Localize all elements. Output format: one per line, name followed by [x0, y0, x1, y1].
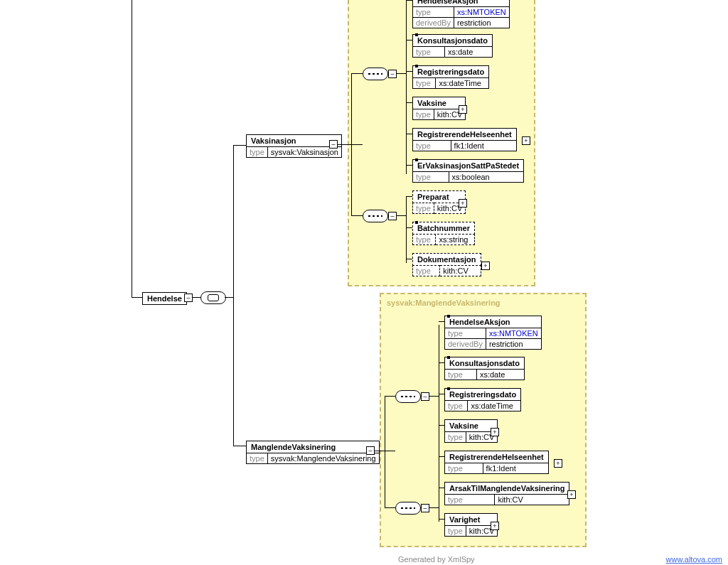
expand-icon[interactable]: + [481, 262, 490, 270]
expand-icon[interactable]: + [491, 522, 499, 530]
expand-icon[interactable]: + [554, 459, 562, 468]
label: Konsultasjonsdato [417, 36, 488, 45]
node-v-dokumentasjon: Dokumentasjon typekith:CV [412, 253, 481, 276]
choice-connector [200, 291, 226, 304]
expand-icon[interactable]: + [522, 136, 530, 145]
node-v-registreringsdato: Registreringsdato typexs:dateTime [412, 65, 489, 89]
label: ErVaksinasjonSattPaStedet [417, 161, 519, 170]
node-m-konsultasjonsdato: Konsultasjonsdato typexs:date [444, 357, 525, 380]
node-vaksinasjon-label: Vaksinasjon [246, 134, 342, 147]
node-v-registrerendehelseenhet: RegistrerendeHelseenhet typefk1:Ident [412, 128, 517, 151]
node-m-registreringsdato: Registreringsdato typexs:dateTime [444, 388, 521, 411]
label: Registreringsdato [449, 390, 516, 399]
expand-icon[interactable]: – [184, 294, 193, 302]
expand-icon[interactable]: + [459, 105, 467, 114]
expand-icon[interactable]: + [459, 199, 467, 208]
node-v-ervaksattpastedet: ErVaksinasjonSattPaStedet typexs:boolean [412, 159, 524, 183]
label: RegistrerendeHelseenhet [444, 451, 549, 463]
sequence-connector [395, 390, 421, 403]
node-v-vaksine: Vaksine typekith:CV [412, 97, 466, 120]
sequence-connector [363, 210, 388, 222]
label: Preparat [412, 190, 466, 203]
label: Registreringsdato [417, 68, 484, 76]
node-v-preparat: Preparat typekith:CV [412, 190, 466, 214]
label: ManglendeVaksinering [246, 441, 380, 453]
label: Varighet [444, 513, 498, 526]
group-label: sysvak:ManglendeVaksinering [387, 298, 500, 307]
expand-icon[interactable]: – [421, 504, 429, 512]
label: ArsakTilManglendeVaksinering [444, 482, 569, 495]
sequence-connector [363, 68, 388, 80]
sequence-connector [395, 502, 421, 515]
expand-icon[interactable]: – [388, 70, 397, 78]
node-hendelse-label: Hendelse [142, 292, 187, 305]
expand-icon[interactable]: + [567, 490, 576, 499]
node-vaksinasjon: Vaksinasjon typesysvak:Vaksinasjon [246, 134, 342, 158]
label: Konsultasjonsdato [449, 359, 520, 367]
label: HendelseAksjon [449, 318, 510, 326]
node-m-hendelseaksjon: HendelseAksjon typexs:NMTOKEN derivedByr… [444, 316, 542, 350]
node-m-vaksine: Vaksine typekith:CV [444, 419, 498, 443]
node-m-varighet: Varighet typekith:CV [444, 513, 498, 537]
node-m-arsak: ArsakTilManglendeVaksinering typekith:CV [444, 482, 569, 505]
generated-by-label: Generated by XmlSpy [398, 555, 475, 564]
expand-icon[interactable]: – [421, 392, 429, 401]
label: Dokumentasjon [412, 253, 481, 266]
altova-link[interactable]: www.altova.com [666, 555, 722, 564]
expand-icon[interactable]: + [491, 428, 499, 436]
expand-icon[interactable]: – [388, 212, 397, 220]
node-v-hendelseaksjon: HendelseAksjon typexs:NMTOKEN derivedByr… [412, 0, 510, 28]
node-m-registrerendehelseenhet: RegistrerendeHelseenhet typefk1:Ident [444, 451, 549, 474]
node-hendelse: Hendelse [142, 292, 187, 305]
label: Batchnummer [417, 224, 470, 232]
node-v-konsultasjonsdato: Konsultasjonsdato typexs:date [412, 34, 493, 58]
label: HendelseAksjon [417, 0, 478, 5]
node-vaksinasjon-attrs: typesysvak:Vaksinasjon [246, 146, 342, 158]
label: Vaksine [412, 97, 466, 109]
label: Vaksine [444, 419, 498, 432]
node-v-batchnummer: Batchnummer typexs:string [412, 222, 475, 245]
node-manglendevaksinering: ManglendeVaksinering typesysvak:Manglend… [246, 441, 380, 464]
label: RegistrerendeHelseenhet [412, 128, 517, 141]
